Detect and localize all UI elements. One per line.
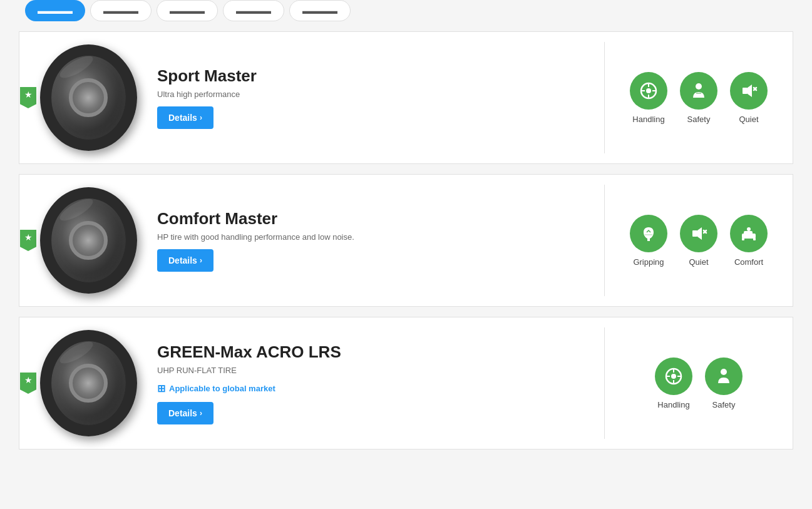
feature-quiet-comfort-master: Quiet	[680, 215, 717, 267]
feature-safety-green-max: Safety	[705, 357, 743, 409]
tire-visual-comfort-master	[40, 187, 137, 294]
product-list: Sport Master Ultra high performance Deta…	[0, 31, 812, 460]
filter-tab-4[interactable]: ▬▬▬▬	[223, 0, 284, 21]
bookmark-star-sport-master[interactable]	[19, 86, 37, 110]
feature-label-handling-sport-master: Handling	[632, 115, 664, 124]
svg-point-21	[671, 374, 676, 379]
filter-bar: ▬▬▬▬ ▬▬▬▬ ▬▬▬▬ ▬▬▬▬ ▬▬▬▬	[0, 0, 812, 31]
product-subtitle-green-max: UHP RUN-FLAT TIRE	[157, 366, 592, 375]
feature-icon-quiet-sport-master	[730, 72, 768, 110]
feature-icon-gripping-comfort-master	[630, 215, 667, 252]
features-comfort-master: Gripping Quiet	[605, 175, 793, 306]
page-container: ▬▬▬▬ ▬▬▬▬ ▬▬▬▬ ▬▬▬▬ ▬▬▬▬ Sport Master Ul…	[0, 0, 812, 509]
feature-icon-handling-green-max	[655, 357, 692, 395]
product-info-green-max: GREEN-Max ACRO LRS UHP RUN-FLAT TIRE ⊞ A…	[145, 317, 604, 449]
feature-icon-handling-sport-master	[630, 72, 667, 110]
feature-label-handling-green-max: Handling	[657, 400, 689, 409]
product-info-sport-master: Sport Master Ultra high performance Deta…	[145, 32, 604, 163]
feature-comfort-comfort-master: Comfort	[730, 215, 768, 267]
feature-label-gripping-comfort-master: Gripping	[633, 257, 664, 267]
svg-rect-19	[753, 238, 756, 240]
details-label-sport-master: Details	[168, 113, 197, 123]
product-subtitle-comfort-master: HP tire with good handling performance a…	[157, 232, 592, 242]
product-name-sport-master: Sport Master	[157, 66, 592, 86]
feature-safety-sport-master: Safety	[680, 72, 717, 124]
feature-label-comfort-comfort-master: Comfort	[734, 257, 763, 267]
tire-visual-sport-master	[40, 44, 137, 151]
tire-image-green-max	[19, 317, 145, 449]
product-card-green-max: GREEN-Max ACRO LRS UHP RUN-FLAT TIRE ⊞ A…	[19, 317, 793, 450]
details-arrow-comfort-master: ›	[200, 256, 202, 265]
feature-label-quiet-comfort-master: Quiet	[689, 257, 708, 267]
details-label-green-max: Details	[168, 408, 197, 418]
svg-point-1	[646, 88, 651, 93]
feature-label-safety-sport-master: Safety	[687, 115, 711, 124]
features-green-max: Handling Safety	[605, 317, 793, 449]
details-arrow-green-max: ›	[200, 409, 202, 418]
feature-icon-comfort-comfort-master	[730, 215, 768, 252]
filter-tab-2[interactable]: ▬▬▬▬	[90, 0, 152, 21]
product-subtitle-sport-master: Ultra high performance	[157, 90, 592, 99]
tire-visual-green-max	[40, 330, 137, 436]
feature-label-safety-green-max: Safety	[712, 400, 736, 409]
filter-tab-1[interactable]: ▬▬▬▬	[25, 0, 85, 21]
details-arrow-sport-master: ›	[200, 113, 202, 122]
svg-point-6	[696, 83, 702, 90]
tire-image-comfort-master	[19, 175, 145, 306]
feature-handling-green-max: Handling	[655, 357, 692, 409]
svg-rect-8	[743, 88, 748, 94]
svg-point-17	[747, 227, 751, 231]
bookmark-star-green-max[interactable]	[19, 371, 37, 395]
tire-image-sport-master	[19, 32, 145, 163]
global-market-label-green-max: Applicable to global market	[169, 384, 275, 393]
svg-rect-16	[744, 231, 753, 235]
feature-gripping-comfort-master: Gripping	[630, 215, 667, 267]
feature-handling-sport-master: Handling	[630, 72, 667, 124]
global-market-badge-green-max: ⊞ Applicable to global market	[157, 383, 592, 394]
svg-rect-12	[692, 230, 697, 237]
feature-icon-safety-green-max	[705, 357, 743, 395]
details-button-comfort-master[interactable]: Details ›	[157, 249, 213, 272]
global-market-icon-green-max: ⊞	[157, 383, 165, 394]
product-name-green-max: GREEN-Max ACRO LRS	[157, 342, 592, 362]
feature-icon-quiet-comfort-master	[680, 215, 717, 252]
feature-label-quiet-sport-master: Quiet	[739, 115, 758, 124]
filter-tab-3[interactable]: ▬▬▬▬	[157, 0, 218, 21]
product-info-comfort-master: Comfort Master HP tire with good handlin…	[145, 175, 604, 306]
details-button-sport-master[interactable]: Details ›	[157, 106, 213, 129]
product-card-sport-master: Sport Master Ultra high performance Deta…	[19, 31, 793, 164]
features-sport-master: Handling Safety	[605, 32, 793, 163]
product-card-comfort-master: Comfort Master HP tire with good handlin…	[19, 174, 793, 307]
bookmark-star-comfort-master[interactable]	[19, 229, 37, 252]
details-label-comfort-master: Details	[168, 255, 197, 265]
feature-icon-safety-sport-master	[680, 72, 717, 110]
filter-tab-5[interactable]: ▬▬▬▬	[289, 0, 351, 21]
feature-quiet-sport-master: Quiet	[730, 72, 768, 124]
svg-rect-18	[742, 238, 744, 240]
details-button-green-max[interactable]: Details ›	[157, 402, 213, 424]
product-name-comfort-master: Comfort Master	[157, 209, 592, 229]
svg-point-26	[721, 369, 727, 375]
